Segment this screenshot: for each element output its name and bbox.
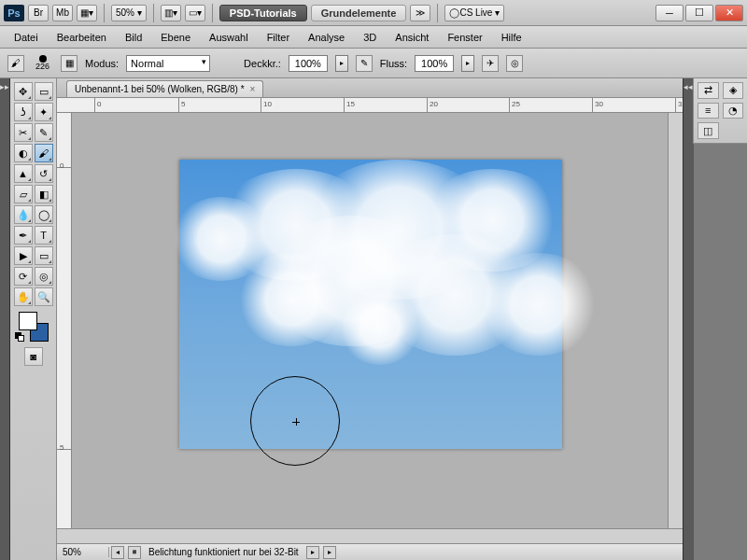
tool-preset-picker[interactable]: 🖌 bbox=[7, 55, 24, 72]
foreground-color-swatch[interactable] bbox=[19, 312, 37, 330]
lasso-tool[interactable]: ʖ bbox=[14, 103, 33, 121]
eyedropper-tool[interactable]: ✎ bbox=[35, 123, 53, 142]
menu-3d[interactable]: 3D bbox=[355, 29, 385, 46]
magic-wand-tool[interactable]: ✦ bbox=[35, 103, 53, 121]
status-bar: 50% ◂ ◾ Belichtung funktioniert nur bei … bbox=[57, 543, 683, 560]
color-swatches[interactable] bbox=[19, 312, 49, 342]
layers-panel-icon[interactable]: ◈ bbox=[723, 82, 744, 99]
app-logo: Ps bbox=[4, 5, 24, 21]
ruler-horizontal[interactable]: 505101520253035 bbox=[57, 98, 683, 113]
history-brush-tool[interactable]: ↺ bbox=[35, 164, 53, 183]
document-canvas[interactable] bbox=[179, 160, 562, 449]
flow-field[interactable]: 100% bbox=[415, 55, 454, 72]
opacity-stepper[interactable]: ▸ bbox=[335, 55, 348, 72]
blend-mode-dropdown[interactable]: Normal bbox=[126, 55, 210, 72]
history-panel-icon[interactable]: ≡ bbox=[698, 103, 719, 119]
document-tab-title: Unbenannt-1 bei 50% (Wolken, RGB/8) * bbox=[75, 84, 245, 94]
cs-live-label: CS Live bbox=[459, 7, 492, 18]
crop-tool[interactable]: ✂ bbox=[14, 123, 33, 142]
menu-bearbeiten[interactable]: Bearbeiten bbox=[49, 29, 115, 46]
workspace-secondary[interactable]: Grundelemente bbox=[311, 5, 407, 21]
3d-camera-tool[interactable]: ◎ bbox=[35, 267, 53, 286]
adjustments-panel-icon[interactable]: ⇄ bbox=[698, 82, 719, 99]
opacity-field[interactable]: 100% bbox=[289, 55, 328, 72]
tablet-size-toggle[interactable]: ◎ bbox=[506, 55, 523, 72]
blur-tool[interactable]: 💧 bbox=[14, 205, 33, 224]
bridge-button[interactable]: Br bbox=[28, 5, 49, 21]
document-tab[interactable]: Unbenannt-1 bei 50% (Wolken, RGB/8) * × bbox=[66, 80, 263, 97]
zoom-level-value: 50% bbox=[116, 7, 134, 18]
tools-panel: ✥ ▭ ʖ ✦ ✂ ✎ ◐ 🖌 ▲ ↺ ▱ ◧ 💧 ◯ ✒ T ▶ ▭ ⟳ ◎ … bbox=[10, 78, 57, 560]
work-area: ▸▸ ✥ ▭ ʖ ✦ ✂ ✎ ◐ 🖌 ▲ ↺ ▱ ◧ 💧 ◯ ✒ T ▶ ▭ ⟳… bbox=[0, 78, 747, 560]
eraser-tool[interactable]: ▱ bbox=[14, 185, 33, 203]
pen-tool[interactable]: ✒ bbox=[14, 226, 33, 245]
status-zoom[interactable]: 50% bbox=[57, 547, 109, 557]
window-minimize-button[interactable]: ─ bbox=[655, 5, 684, 21]
brush-preset-picker[interactable]: 226 bbox=[32, 55, 53, 71]
status-message: Belichtung funktioniert nur bei 32-Bit bbox=[143, 547, 304, 557]
menu-filter[interactable]: Filter bbox=[259, 29, 298, 46]
close-tab-icon[interactable]: × bbox=[250, 84, 256, 94]
mode-label: Modus: bbox=[85, 58, 119, 69]
minibridge-button[interactable]: Mb bbox=[52, 5, 73, 21]
path-selection-tool[interactable]: ▶ bbox=[14, 246, 33, 265]
status-next-button[interactable]: ▸ bbox=[306, 546, 319, 559]
chevron-right-icon: ▸▸ bbox=[0, 82, 9, 560]
workspace-primary[interactable]: PSD-Tutorials bbox=[219, 5, 307, 21]
right-panels: ⇄ ◈ ≡ ◔ ◫ bbox=[693, 78, 747, 560]
cs-live-button[interactable]: ◯ CS Live ▾ bbox=[444, 5, 504, 21]
menu-fenster[interactable]: Fenster bbox=[439, 29, 490, 46]
window-close-button[interactable]: ✕ bbox=[715, 5, 743, 21]
menu-bild[interactable]: Bild bbox=[117, 29, 150, 46]
tablet-opacity-toggle[interactable]: ✎ bbox=[356, 55, 373, 72]
canvas-viewport[interactable] bbox=[72, 113, 668, 528]
type-tool[interactable]: T bbox=[35, 226, 53, 245]
zoom-level-dropdown[interactable]: 50% ▾ bbox=[111, 5, 147, 21]
zoom-tool[interactable]: 🔍 bbox=[35, 287, 53, 306]
3d-rotate-tool[interactable]: ⟳ bbox=[14, 267, 33, 286]
clone-stamp-tool[interactable]: ▲ bbox=[14, 164, 33, 183]
vertical-scrollbar[interactable] bbox=[668, 113, 683, 528]
right-dock-collapse[interactable]: ◂◂ bbox=[683, 78, 693, 560]
brush-size-label: 226 bbox=[35, 62, 49, 71]
menu-bar: Datei Bearbeiten Bild Ebene Auswahl Filt… bbox=[0, 26, 747, 49]
menu-analyse[interactable]: Analyse bbox=[300, 29, 353, 46]
menu-auswahl[interactable]: Auswahl bbox=[201, 29, 257, 46]
chevron-left-icon: ◂◂ bbox=[684, 82, 693, 560]
blend-mode-value: Normal bbox=[131, 58, 163, 69]
window-maximize-button[interactable]: ☐ bbox=[685, 5, 713, 21]
menu-ebene[interactable]: Ebene bbox=[152, 29, 199, 46]
healing-brush-tool[interactable]: ◐ bbox=[14, 144, 33, 162]
marquee-tool[interactable]: ▭ bbox=[35, 82, 53, 101]
flow-stepper[interactable]: ▸ bbox=[461, 55, 474, 72]
airbrush-toggle[interactable]: ✈ bbox=[482, 55, 499, 72]
status-menu-button[interactable]: ▸ bbox=[323, 546, 336, 559]
brush-panel-toggle[interactable]: ▦ bbox=[61, 55, 78, 72]
gradient-tool[interactable]: ◧ bbox=[35, 185, 53, 203]
horizontal-scrollbar[interactable] bbox=[57, 528, 683, 543]
menu-hilfe[interactable]: Hilfe bbox=[493, 29, 530, 46]
brush-tool[interactable]: 🖌 bbox=[35, 144, 53, 162]
screen-mode-button[interactable]: ▭▾ bbox=[185, 5, 205, 21]
view-extras-button[interactable]: ▦▾ bbox=[77, 5, 97, 21]
workspace-more-button[interactable]: ≫ bbox=[410, 5, 430, 21]
opacity-label: Deckkr.: bbox=[244, 58, 281, 69]
quick-mask-toggle[interactable]: ◙ bbox=[24, 347, 43, 366]
hand-tool[interactable]: ✋ bbox=[14, 287, 33, 306]
menu-datei[interactable]: Datei bbox=[6, 29, 47, 46]
status-stop-button[interactable]: ◾ bbox=[128, 546, 141, 559]
menu-ansicht[interactable]: Ansicht bbox=[387, 29, 437, 46]
left-dock-collapse[interactable]: ▸▸ bbox=[0, 78, 10, 560]
dodge-tool[interactable]: ◯ bbox=[35, 205, 53, 224]
app-titlebar: Ps Br Mb ▦▾ 50% ▾ ▥▾ ▭▾ PSD-Tutorials Gr… bbox=[0, 0, 747, 26]
flow-label: Fluss: bbox=[380, 58, 407, 69]
paths-panel-icon[interactable]: ◫ bbox=[698, 122, 719, 139]
shape-tool[interactable]: ▭ bbox=[35, 246, 53, 265]
arrange-documents-button[interactable]: ▥▾ bbox=[161, 5, 181, 21]
move-tool[interactable]: ✥ bbox=[14, 82, 33, 101]
window-controls: ─ ☐ ✕ bbox=[655, 5, 743, 21]
channels-panel-icon[interactable]: ◔ bbox=[723, 103, 744, 119]
ruler-vertical[interactable]: 505 bbox=[57, 113, 72, 528]
default-colors-button[interactable] bbox=[15, 332, 24, 342]
status-prev-button[interactable]: ◂ bbox=[111, 546, 124, 559]
